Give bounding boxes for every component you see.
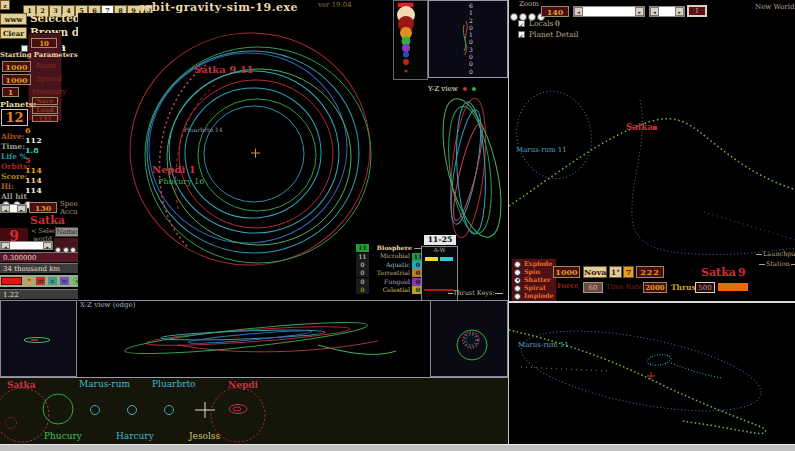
count-value[interactable]: 222 [636, 266, 664, 278]
quick-star-button[interactable]: * [25, 277, 33, 285]
aw-cyan-bar [440, 257, 453, 261]
right-bottom-view[interactable]: Marus-rum 11 [509, 303, 795, 443]
launchpad-label[interactable]: Launchpad [755, 251, 795, 258]
zoom-value: 140 [541, 6, 569, 17]
scroll-left-arrow[interactable]: ◂ [1, 242, 10, 249]
main-label-pluarbrto: Pluarbrto 14 [184, 127, 223, 133]
bio-label: Aquatic [369, 262, 412, 268]
proximity-label: Proximity [32, 89, 66, 96]
station-label[interactable]: Station [758, 261, 795, 268]
bio-count: 0 [356, 286, 369, 294]
spread-value[interactable]: 1000 [2, 74, 31, 85]
mid-label-marus-rum: Marus-rum 11 [516, 147, 567, 154]
left-mini-view [0, 300, 77, 377]
scroll-right-arrow[interactable]: ▸ [43, 242, 52, 249]
mode-radio-group: Explode Spin Shatter Spiral Implode [511, 258, 557, 302]
bio-count: 0 [356, 278, 369, 286]
world-scrollbar[interactable]: ◂▸ [0, 241, 53, 250]
planets-label: Planets: [0, 100, 36, 108]
satka-marker-dot [653, 126, 657, 130]
xz-view: X-Z view (edge) [78, 300, 430, 377]
spin-scrollbar[interactable]: ◂▸ [649, 6, 685, 17]
scroll-track[interactable] [659, 7, 675, 16]
yz-red-planet-icon [463, 87, 467, 91]
yz-view: Y-Z view [428, 78, 508, 250]
mode-implode[interactable]: Implode [514, 293, 554, 300]
scroll-track[interactable] [583, 7, 635, 16]
seven-button[interactable]: 7 [623, 266, 634, 278]
bottom-strip: Satka Marus-rum Pluarbrto Nepdi Phucury … [0, 377, 508, 444]
thrust-bar [718, 283, 748, 291]
bio-label: Celestial [369, 287, 412, 293]
quick-m-button[interactable]: m [36, 277, 45, 285]
xz-view-label: X-Z view (edge) [80, 302, 135, 309]
mode-shatter-selected[interactable]: Shatter [514, 277, 554, 284]
biosphere-row: 0 Aquatic 0 [356, 261, 424, 269]
planet-detail-view [430, 300, 508, 377]
planet-detail-drawing [431, 301, 507, 376]
boom-value[interactable]: 1000 [2, 61, 31, 72]
quick-w-button[interactable]: w [60, 277, 69, 285]
mini-squiggle-drawing [429, 1, 507, 77]
proximity-value[interactable]: 1 [2, 87, 19, 97]
right-world-name: Satka [701, 267, 736, 278]
locals-checkbox[interactable]: ✓ [518, 20, 525, 27]
scroll-track[interactable] [10, 242, 43, 249]
planet-label-nepdi[interactable]: Nepdi [228, 381, 258, 390]
preset-10-button[interactable]: 10 [31, 38, 57, 48]
mode-explode[interactable]: Explode [514, 261, 554, 268]
www-button[interactable]: www [0, 13, 27, 25]
aw-label: A-W [422, 247, 457, 253]
z-button[interactable]: z [0, 0, 10, 10]
locals-label: Locals [529, 20, 553, 28]
stat-value: 114 [25, 186, 42, 194]
speed-scrollbar[interactable]: ◂▸ [0, 204, 27, 213]
thrust-value[interactable]: 500 [695, 282, 715, 293]
scroll-right-arrow[interactable]: ▸ [635, 7, 644, 16]
biosphere-row: 0 Fungoid 0 [356, 278, 424, 286]
stat-value: 114 [25, 176, 42, 184]
planet-detail-checkbox[interactable]: ✓ [518, 31, 525, 38]
bio-count: 0 [356, 269, 369, 277]
bottom-label-marus-rum: Marus-rum 11 [518, 342, 569, 349]
quick-e-button[interactable]: e [48, 277, 57, 285]
mode-spin[interactable]: Spin [514, 269, 554, 276]
planet-label-jesolss[interactable]: Jesolss [189, 432, 220, 441]
biosphere-row: 11 Microbial 11 [356, 252, 424, 260]
quick-red-button[interactable] [1, 277, 22, 285]
scroll-left-arrow[interactable]: ◂ [574, 7, 583, 16]
biosphere-header-label: Biosphere [369, 245, 414, 251]
yz-orbits-drawing [428, 88, 508, 248]
body-palette-panel [393, 0, 428, 80]
power-value[interactable]: 1000 [553, 266, 580, 278]
bio-label: Fungoid [369, 279, 412, 285]
mode-spiral[interactable]: Spiral [514, 285, 554, 292]
mass-bar: 1.22 [0, 289, 87, 299]
nova-button[interactable]: Nova [583, 266, 607, 278]
angle-button[interactable]: 1° [609, 266, 622, 278]
locals-value: 0 [555, 20, 560, 28]
time-rates-value[interactable]: 2000 [643, 282, 667, 293]
right-mid-view[interactable]: Marus-rum 11 Satka [509, 44, 795, 256]
scroll-left-arrow[interactable]: ◂ [650, 7, 659, 16]
time-rates-label: Time Rates [606, 284, 646, 291]
planet-label-marus-rum[interactable]: Marus-rum [79, 380, 130, 389]
scroll-right-arrow[interactable]: ▸ [675, 7, 684, 16]
scroll-left-arrow[interactable]: ◂ [1, 205, 10, 212]
zoom-scrollbar[interactable]: ◂▸ [573, 6, 645, 17]
scroll-right-arrow[interactable]: ▸ [17, 205, 26, 212]
planet-label-pluarbrto[interactable]: Pluarbrto [152, 380, 196, 389]
bio-label: Terrestrial [369, 270, 412, 276]
new-worlds-label: New Worlds [755, 4, 795, 11]
yz-view-label: Y-Z view [428, 85, 458, 93]
planet-label-phucury[interactable]: Phucury [44, 432, 82, 441]
aw-yellow-bar [425, 257, 438, 261]
planet-label-satka[interactable]: Satka [7, 381, 36, 390]
preset-133-button[interactable]: 133 [32, 115, 58, 122]
force-value[interactable]: 60 [583, 282, 603, 293]
boom-label: Boom [36, 63, 56, 70]
planets-count: 12 [1, 109, 28, 126]
clear-button[interactable]: Clear [0, 27, 27, 39]
scroll-track[interactable] [10, 205, 17, 212]
planet-label-harcury[interactable]: Harcury [116, 432, 154, 441]
